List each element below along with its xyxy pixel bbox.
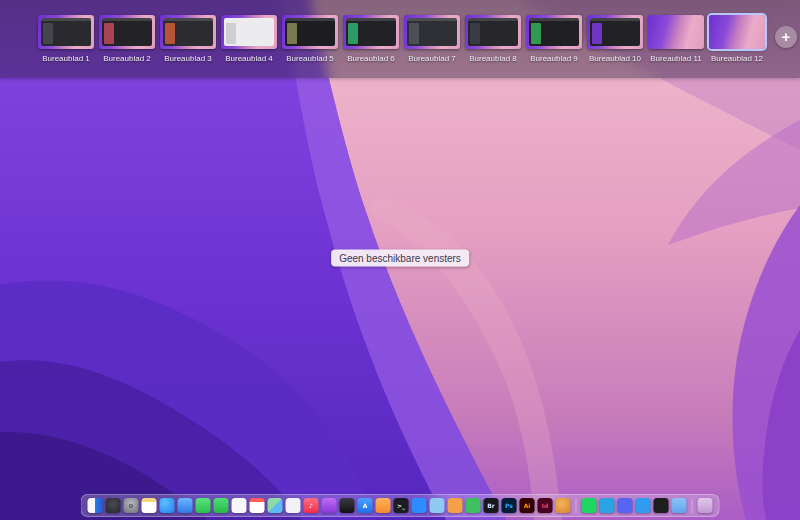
desktop-label: Bureaublad 10 xyxy=(589,54,641,63)
dock-icon-adobe-photoshop[interactable]: Ps xyxy=(502,498,517,513)
desktop-thumbnail-preview xyxy=(526,15,582,49)
dock-icon-books[interactable] xyxy=(376,498,391,513)
dock-icon-zoom[interactable] xyxy=(412,498,427,513)
mini-titlebar xyxy=(407,18,457,21)
desktop-thumbnail-8[interactable]: Bureaublad 8 xyxy=(465,15,521,63)
desktop-thumbnail-preview xyxy=(99,15,155,49)
mini-window xyxy=(346,18,396,46)
mini-accent xyxy=(409,23,419,44)
mini-window xyxy=(224,18,274,46)
desktop-thumbnail-5[interactable]: Bureaublad 5 xyxy=(282,15,338,63)
dock-icon-spotify[interactable] xyxy=(582,498,597,513)
desktop-thumbnail-preview xyxy=(709,15,765,49)
mini-window xyxy=(163,18,213,46)
dock-icon-tv[interactable] xyxy=(340,498,355,513)
desktop-thumbnail-preview xyxy=(221,15,277,49)
desktop-thumbnail-preview xyxy=(587,15,643,49)
mini-titlebar xyxy=(346,18,396,21)
mini-accent xyxy=(43,23,53,44)
plus-icon: + xyxy=(782,28,791,45)
dock-icon-vscode[interactable] xyxy=(636,498,651,513)
dock-icon-mail[interactable] xyxy=(178,498,193,513)
dock-icon-downloads-folder[interactable] xyxy=(672,498,687,513)
dock-icon-telegram[interactable] xyxy=(600,498,615,513)
mini-accent xyxy=(531,23,541,44)
dock-icon-launchpad[interactable] xyxy=(106,498,121,513)
dock-icon-maps[interactable] xyxy=(268,498,283,513)
dock-separator xyxy=(576,499,577,513)
desktop-label: Bureaublad 8 xyxy=(469,54,517,63)
desktop-thumbnail-7[interactable]: Bureaublad 7 xyxy=(404,15,460,63)
mini-titlebar xyxy=(224,18,274,21)
desktop-label: Bureaublad 6 xyxy=(347,54,395,63)
desktop-thumbnail-6[interactable]: Bureaublad 6 xyxy=(343,15,399,63)
mini-titlebar xyxy=(41,18,91,21)
mini-window xyxy=(468,18,518,46)
dock-icon-adobe-indesign[interactable]: Id xyxy=(538,498,553,513)
mini-window xyxy=(41,18,91,46)
desktop-thumbnail-preview xyxy=(404,15,460,49)
desktop-label: Bureaublad 3 xyxy=(164,54,212,63)
dock-icon-photos[interactable] xyxy=(232,498,247,513)
dock-icon-podcasts[interactable] xyxy=(322,498,337,513)
dock-icon-finder[interactable] xyxy=(88,498,103,513)
dock-icon-system-preferences[interactable]: ⚙ xyxy=(124,498,139,513)
desktop-thumbnail-3[interactable]: Bureaublad 3 xyxy=(160,15,216,63)
dock-icon-discord[interactable] xyxy=(618,498,633,513)
mini-titlebar xyxy=(529,18,579,21)
dock-icon-facetime[interactable] xyxy=(214,498,229,513)
dock-icon-figma[interactable] xyxy=(654,498,669,513)
mini-accent xyxy=(104,23,114,44)
desktop-thumbnail-11[interactable]: Bureaublad 11 xyxy=(648,15,704,63)
desktop-thumbnail-preview xyxy=(160,15,216,49)
desktop-thumbnail-1[interactable]: Bureaublad 1 xyxy=(38,15,94,63)
dock-icon-preview[interactable] xyxy=(430,498,445,513)
dock-icon-adobe-illustrator[interactable]: Ai xyxy=(520,498,535,513)
mini-titlebar xyxy=(163,18,213,21)
mini-accent xyxy=(287,23,297,44)
desktop-thumbnail-9[interactable]: Bureaublad 9 xyxy=(526,15,582,63)
desktop-thumbnail-4[interactable]: Bureaublad 4 xyxy=(221,15,277,63)
desktop-label: Bureaublad 12 xyxy=(711,54,763,63)
desktop-thumbnail-preview xyxy=(38,15,94,49)
desktop-thumbnail-preview xyxy=(648,15,704,49)
dock-icon-reminders[interactable] xyxy=(286,498,301,513)
desktop-label: Bureaublad 11 xyxy=(650,54,701,63)
desktop-thumbnail-preview xyxy=(465,15,521,49)
spaces-bar: Bureaublad 1 Bureaublad 2 Bureaublad 3 B… xyxy=(0,0,800,78)
mini-window xyxy=(407,18,457,46)
no-windows-tooltip: Geen beschikbare vensters xyxy=(331,250,469,267)
desktop-thumbnail-12[interactable]: Bureaublad 12 xyxy=(709,15,765,63)
mini-window xyxy=(529,18,579,46)
dock-icon-adobe-bridge[interactable]: Br xyxy=(484,498,499,513)
mini-window xyxy=(102,18,152,46)
dock-icon-messages[interactable] xyxy=(196,498,211,513)
desktop-label: Bureaublad 2 xyxy=(103,54,151,63)
mini-titlebar xyxy=(285,18,335,21)
dock-icon-numbers[interactable] xyxy=(466,498,481,513)
add-desktop-button[interactable]: + xyxy=(775,26,797,48)
dock-icon-trash[interactable] xyxy=(698,498,713,513)
desktop-label: Bureaublad 5 xyxy=(286,54,334,63)
dock-icon-app-store[interactable]: A xyxy=(358,498,373,513)
desktop-thumbnail-2[interactable]: Bureaublad 2 xyxy=(99,15,155,63)
dock-icon-notes[interactable] xyxy=(142,498,157,513)
dock-icon-terminal[interactable]: >_ xyxy=(394,498,409,513)
mini-window xyxy=(590,18,640,46)
desktop-thumbnail-10[interactable]: Bureaublad 10 xyxy=(587,15,643,63)
dock-icon-calendar[interactable] xyxy=(250,498,265,513)
mini-titlebar xyxy=(468,18,518,21)
desktop-label: Bureaublad 9 xyxy=(530,54,578,63)
dock: ⚙♪A>_BrPsAiId xyxy=(81,494,720,517)
desktop-label: Bureaublad 7 xyxy=(408,54,456,63)
dock-icon-music[interactable]: ♪ xyxy=(304,498,319,513)
mini-accent xyxy=(470,23,480,44)
desktop-label: Bureaublad 1 xyxy=(42,54,90,63)
spaces-strip: Bureaublad 1 Bureaublad 2 Bureaublad 3 B… xyxy=(38,15,742,63)
dock-icon-safari[interactable] xyxy=(160,498,175,513)
dock-icon-pages[interactable] xyxy=(448,498,463,513)
dock-icon-adobe-creative-cloud[interactable] xyxy=(556,498,571,513)
mini-accent xyxy=(348,23,358,44)
mission-control-screen: Bureaublad 1 Bureaublad 2 Bureaublad 3 B… xyxy=(0,0,800,520)
mini-titlebar xyxy=(590,18,640,21)
